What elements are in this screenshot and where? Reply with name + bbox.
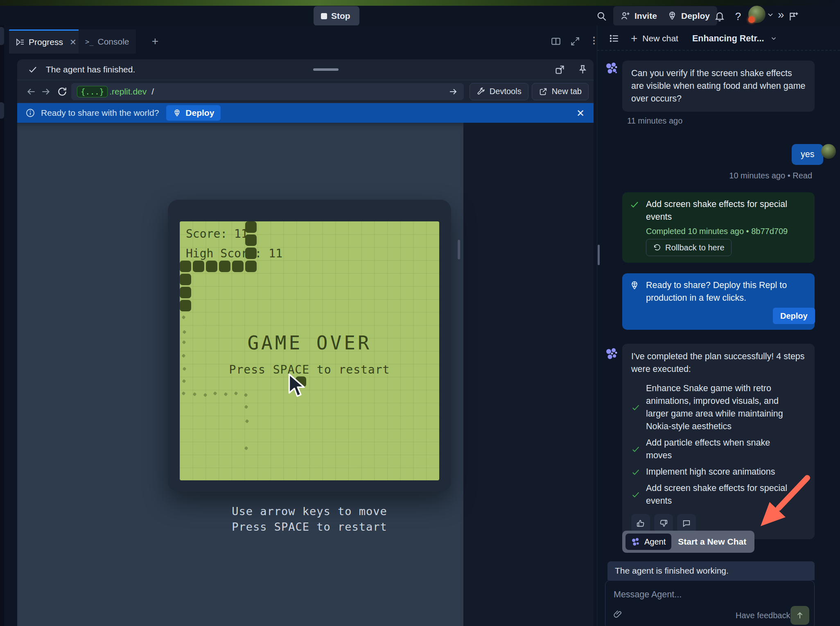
new-tab-plus-icon[interactable]: + — [148, 34, 162, 48]
agent-logo-avatar — [605, 61, 618, 74]
snake-segment — [245, 261, 257, 272]
pane-drag-handle[interactable] — [313, 68, 339, 71]
send-button[interactable] — [790, 606, 809, 625]
thumbs-up-button[interactable] — [631, 514, 650, 533]
chat-title-chevron-down-icon[interactable] — [770, 35, 777, 42]
deploy-globe-icon — [630, 281, 639, 290]
completed-task-card: Add screen shake effects for special eve… — [622, 192, 815, 263]
comment-button[interactable] — [677, 514, 696, 533]
deploy-promo-card: Ready to share? Deploy this Repl to prod… — [622, 273, 815, 330]
check-icon — [631, 490, 640, 499]
tab-progress[interactable]: Progress ✕ — [9, 29, 83, 54]
pin-icon[interactable] — [577, 64, 588, 75]
notifications-bell-icon[interactable] — [711, 7, 729, 25]
start-new-chat-button[interactable]: Agent Start a New Chat — [622, 531, 754, 553]
banner-close-icon[interactable]: ✕ — [576, 108, 585, 119]
agent-finished-bar: The agent is finished working. — [607, 561, 815, 580]
forward-icon[interactable] — [38, 86, 53, 97]
invite-label: Invite — [635, 11, 657, 21]
game-instructions: Use arrow keys to move Press SPACE to re… — [180, 504, 439, 535]
plan-step: Add particle effects when snake moves — [631, 437, 806, 462]
url-host: .replit.dev — [109, 87, 147, 97]
tab-console-label: Console — [97, 37, 129, 47]
avatar-chevron-down-icon[interactable] — [766, 11, 775, 19]
task-meta: Completed 10 minutes ago • 8b77d709 — [646, 227, 788, 236]
url-env-badge: {...} — [77, 86, 108, 97]
particle-effect — [244, 446, 248, 450]
url-bar[interactable]: {...} .replit.dev / — [71, 83, 464, 100]
task-title: Add screen shake effects for special eve… — [646, 198, 804, 223]
thumbs-down-button[interactable] — [654, 514, 673, 533]
stop-label: Stop — [331, 11, 350, 21]
deploy-banner: Ready to share with the world? Deploy ✕ — [17, 103, 594, 123]
progress-tab-icon — [16, 38, 25, 47]
game-screen[interactable]: Score: 11 High Score: 11 GAME OVER Press… — [180, 221, 439, 480]
have-feedback-link[interactable]: Have feedback? — [736, 611, 795, 620]
stop-square-icon — [321, 13, 327, 19]
message-timestamp: 11 minutes ago — [627, 116, 682, 126]
help-icon[interactable]: ? — [730, 7, 746, 25]
panel-resize-handle[interactable] — [598, 245, 600, 265]
collapse-double-chevron-icon[interactable]: » — [778, 8, 784, 21]
back-icon[interactable] — [24, 86, 38, 97]
check-icon — [28, 65, 38, 74]
tab-console[interactable]: >_ Console — [79, 29, 136, 54]
message-composer[interactable]: Message Agent... Have feedback? — [605, 580, 815, 626]
info-icon — [25, 108, 35, 118]
banner-text: Ready to share with the world? — [41, 108, 159, 118]
workspace-pane: Progress ✕ >_ Console + ⋮ — [4, 25, 597, 626]
paperclip-icon[interactable] — [613, 609, 623, 619]
thumbs-up-icon — [636, 519, 645, 528]
rollback-icon — [653, 243, 661, 252]
tab-progress-label: Progress — [29, 37, 63, 47]
devtools-button[interactable]: Devtools — [470, 83, 528, 100]
new-tab-button[interactable]: New tab — [532, 83, 589, 100]
invite-button[interactable]: Invite — [613, 6, 664, 26]
stop-button[interactable]: Stop — [314, 6, 359, 26]
snake-segment — [245, 234, 257, 246]
press-space-text: Press SPACE to restart — [180, 363, 439, 376]
particle-effect — [245, 419, 249, 423]
snake-segment — [245, 221, 257, 233]
rollback-button[interactable]: Rollback to here — [646, 239, 732, 256]
top-navbar: Stop Invite Deploy — [0, 6, 840, 25]
go-arrow-icon[interactable] — [448, 87, 458, 97]
particle-effect — [182, 354, 186, 358]
particle-effect — [213, 392, 217, 396]
deploy-label: Deploy — [681, 11, 710, 21]
banner-deploy-button[interactable]: Deploy — [166, 105, 221, 121]
deploy-globe-icon — [173, 109, 181, 117]
check-icon — [630, 200, 639, 209]
agent-badge-label: Agent — [644, 537, 666, 547]
rail-nub[interactable] — [0, 102, 4, 119]
game-over-text: GAME OVER — [180, 332, 439, 354]
deploy-card-button[interactable]: Deploy — [773, 308, 815, 324]
chat-list-icon[interactable] — [609, 33, 619, 44]
particle-effect — [244, 393, 248, 397]
snake-segment — [206, 261, 217, 272]
agent-logo-avatar — [605, 347, 618, 360]
chat-title[interactable]: Enhancing Retr... — [692, 34, 764, 44]
expand-icon[interactable] — [570, 36, 580, 47]
avatar-status-badge — [748, 16, 755, 23]
split-pane-icon[interactable] — [551, 36, 561, 47]
agent-badge: Agent — [625, 534, 671, 550]
collapsed-sidebar-rail[interactable] — [0, 25, 4, 626]
open-in-new-icon[interactable] — [554, 64, 565, 75]
tab-close-icon[interactable]: ✕ — [70, 37, 77, 47]
flag-plus-icon[interactable] — [786, 7, 801, 25]
rail-nub[interactable] — [0, 27, 4, 45]
new-chat-label[interactable]: New chat — [642, 34, 678, 43]
send-arrow-icon — [795, 611, 804, 620]
check-icon — [631, 468, 640, 477]
refresh-icon[interactable] — [53, 86, 71, 97]
search-icon[interactable] — [593, 7, 611, 25]
user-message: yes — [792, 144, 823, 165]
agent-status-text: The agent has finished. — [46, 65, 135, 74]
deploy-button[interactable]: Deploy — [660, 6, 717, 26]
high-score-text: High Score: 11 — [186, 247, 282, 260]
new-chat-plus-icon[interactable]: + — [631, 32, 637, 45]
pane-empty-area — [463, 123, 594, 626]
webview-scrollbar-thumb[interactable] — [458, 240, 460, 259]
user-avatar — [821, 144, 836, 159]
